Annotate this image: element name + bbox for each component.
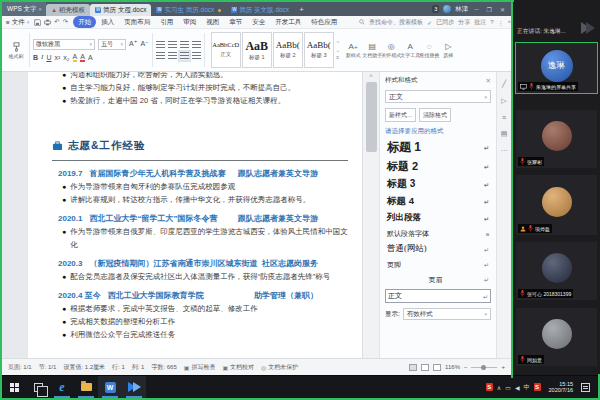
style-list-item-默认段落字体[interactable]: 默认段落字体a	[385, 226, 491, 241]
style-list-item-标题 2[interactable]: 标题 2↵	[385, 157, 491, 175]
indent-decrease-icon[interactable]	[180, 41, 189, 49]
notes-pane-icon[interactable]: ▤	[501, 130, 508, 138]
zoom-level[interactable]: 116%	[445, 364, 460, 370]
style-list-item-列出段落[interactable]: 列出段落↵	[385, 210, 491, 226]
scrollbar-thumb[interactable]	[366, 82, 377, 152]
style-list-item-标题 1[interactable]: 标题 1↵	[385, 138, 491, 157]
line-spacing-icon[interactable]	[192, 52, 201, 60]
ime-indicator[interactable]: 中	[524, 383, 530, 392]
save-icon[interactable]	[34, 19, 41, 26]
undo-icon[interactable]: ↶	[54, 18, 59, 26]
edge-taskbar-button[interactable]: e	[50, 376, 74, 398]
tool-button-查找替换[interactable]: ◌查找替换	[421, 42, 438, 58]
share-button[interactable]: 分享	[458, 18, 470, 27]
sync-status[interactable]: 已同步	[436, 18, 454, 27]
close-button[interactable]: ✕	[498, 6, 507, 13]
doc-proof-button[interactable]: ▣文档校对	[222, 363, 254, 372]
align-left-icon[interactable]	[156, 52, 165, 60]
number-list-icon[interactable]	[168, 41, 177, 49]
font-color-icon[interactable]: A	[80, 53, 85, 62]
outline-pane-icon[interactable]: ≡	[502, 114, 506, 121]
search-input[interactable]: 查找命令、搜索模板	[369, 18, 423, 27]
ribbon-tab-视图[interactable]: 视图	[201, 16, 224, 28]
subscript-icon[interactable]: x₂	[63, 54, 69, 61]
italic-icon[interactable]: I	[41, 53, 43, 61]
style-list-item-标题 4[interactable]: 标题 4↵	[385, 193, 491, 210]
minimize-button[interactable]: ─	[472, 6, 480, 12]
justify-icon[interactable]	[180, 52, 189, 60]
font-name-select[interactable]: 微软雅黑▾	[33, 39, 95, 50]
help-icon[interactable]: ?	[490, 19, 493, 25]
tool-button-新样式[interactable]: A₊新样式	[345, 42, 362, 58]
print-icon[interactable]	[44, 19, 51, 26]
bullet-list-icon[interactable]	[156, 41, 165, 49]
style-list-item-页眉[interactable]: 页眉↵	[385, 272, 491, 287]
ribbon-tab-插入[interactable]: 插入	[96, 16, 119, 28]
ribbon-tab-特色应用[interactable]: 特色应用	[306, 16, 342, 28]
scroll-up-icon[interactable]: ˄	[363, 72, 379, 80]
new-tab-button[interactable]: +	[294, 5, 309, 14]
document-page[interactable]: ●沟通和组织能力好，吃苦耐劳，为人踏实勤恳。●自主学习能力良好，能够制定学习计划…	[28, 72, 362, 358]
gallery-more-icon[interactable]: ≡	[336, 54, 339, 60]
indent-increase-icon[interactable]	[192, 41, 201, 49]
new-style-button[interactable]: 新样式...	[385, 108, 416, 122]
zoom-in-button[interactable]: +	[501, 364, 505, 370]
style-preset-标题 3[interactable]: AaBb(标题 3	[304, 32, 334, 68]
show-filter-select[interactable]: 有效样式 ▾	[403, 308, 491, 320]
more-icon[interactable]: ⋮	[497, 19, 503, 26]
redo-icon[interactable]: ↷	[63, 18, 68, 26]
font-size-select[interactable]: 五号▾	[98, 39, 126, 50]
pane-close-icon[interactable]: ✕	[486, 77, 491, 85]
document-tab[interactable]: W实习生 简历.docx	[151, 4, 226, 16]
battery-icon[interactable]: ▭	[505, 384, 511, 391]
view-page-icon[interactable]	[409, 364, 417, 371]
comment-button[interactable]: 批注	[474, 18, 486, 27]
participant-tile[interactable]: 张耀彬	[516, 110, 597, 168]
spell-check-button[interactable]: ▣拼写检查	[184, 363, 216, 372]
participant-tile[interactable]: 逸琳朱逸琳的屏幕共享	[516, 43, 597, 93]
style-list-item-正文[interactable]: 正文↵	[385, 289, 491, 303]
doc-protect-button[interactable]: ◎文档未保护	[261, 363, 298, 372]
explorer-taskbar-button[interactable]	[74, 376, 98, 398]
highlight-icon[interactable]: A	[73, 53, 78, 62]
participant-tile[interactable]: 张可心 2018301399	[516, 242, 597, 300]
format-painter-button[interactable]: 格式刷	[6, 31, 26, 69]
grow-font-icon[interactable]: A⁺	[129, 40, 137, 48]
tool-button-文档助手[interactable]: ▤文档助手	[364, 42, 381, 58]
tab-count-badge[interactable]: 3	[432, 5, 439, 13]
style-list-item-标题 3[interactable]: 标题 3↵	[385, 175, 491, 193]
participant-tile[interactable]: 项烨盈	[516, 175, 597, 235]
vertical-scrollbar[interactable]: ˄	[362, 72, 379, 358]
current-style-select[interactable]: 正文 ▾	[385, 90, 491, 103]
style-preset-正文[interactable]: AaBbCcD正文	[211, 32, 241, 68]
start-button[interactable]	[2, 376, 26, 398]
search-icon[interactable]	[359, 19, 365, 25]
task-view-button[interactable]	[26, 376, 50, 398]
restore-button[interactable]: ❐	[485, 6, 494, 13]
ribbon-tab-章节[interactable]: 章节	[224, 16, 247, 28]
document-tab[interactable]: W简历 英文版.docx	[226, 4, 294, 16]
style-preset-标题 2[interactable]: AaBb(标题 2	[273, 32, 303, 68]
ribbon-tab-页面布局[interactable]: 页面布局	[119, 16, 155, 28]
action-center-icon[interactable]	[581, 383, 590, 392]
ribbon-tab-安全[interactable]: 安全	[247, 16, 270, 28]
tool-button-关怀模式[interactable]: ◎关怀模式	[383, 42, 400, 58]
ribbon-tab-开始[interactable]: 开始	[73, 16, 96, 28]
volume-icon[interactable]: ◀	[515, 384, 520, 391]
zoom-slider[interactable]	[471, 367, 497, 368]
style-list-item-页脚[interactable]: 页脚↵	[385, 257, 491, 272]
ribbon-tab-审阅[interactable]: 审阅	[178, 16, 201, 28]
clear-format-button[interactable]: 清除格式	[419, 108, 451, 122]
document-tab[interactable]: W简历 文霞.docx	[90, 4, 151, 16]
user-avatar[interactable]	[443, 5, 451, 13]
zoom-out-button[interactable]: −	[464, 364, 468, 370]
participant-tile[interactable]: 同如意	[516, 308, 597, 366]
app-menu-button[interactable]: WPS 文字 ▾	[2, 2, 46, 16]
file-menu-button[interactable]: ≡ 文件 ▾	[6, 18, 29, 27]
zoom-slider-knob[interactable]	[481, 365, 486, 370]
select-tool-icon[interactable]: ▷	[501, 97, 506, 105]
style-list-item-普通(网站)[interactable]: 普通(网站)↵	[385, 241, 491, 257]
shrink-font-icon[interactable]: A⁻	[140, 40, 148, 48]
tool-button-文字工具[interactable]: A文字工具	[402, 42, 419, 58]
superscript-icon[interactable]: x²	[54, 54, 60, 61]
